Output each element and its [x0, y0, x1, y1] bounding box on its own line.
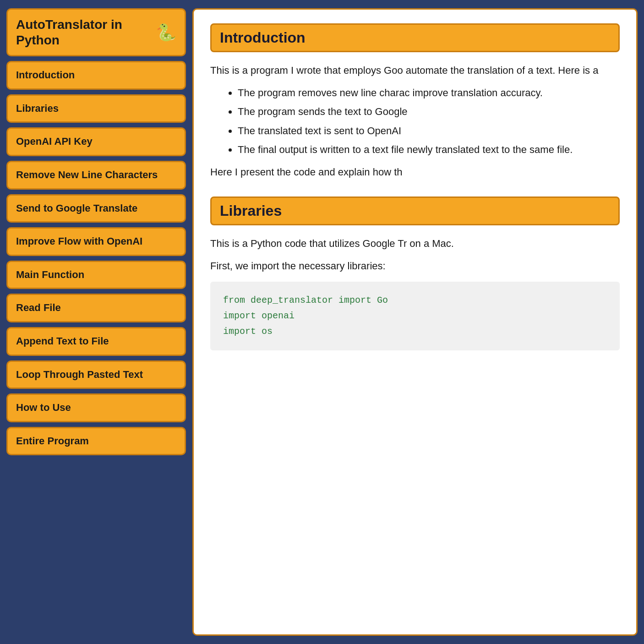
sidebar-item-read-file[interactable]: Read File: [6, 294, 186, 322]
sidebar-item-main-function[interactable]: Main Function: [6, 261, 186, 289]
section-body-libraries: This is a Python code that utilizes Goog…: [210, 235, 620, 350]
section-title-libraries: Libraries: [220, 202, 282, 219]
section-body-introduction: This is a program I wrote that employs G…: [210, 62, 620, 180]
sidebar-item-improve-flow[interactable]: Improve Flow with OpenAI: [6, 227, 186, 256]
intro-bullet-2: The program sends the text to Google: [238, 104, 620, 120]
intro-bullet-1: The program removes new line charac impr…: [238, 85, 620, 101]
section-header-introduction: Introduction: [210, 23, 620, 52]
libraries-paragraph-1: This is a Python code that utilizes Goog…: [210, 235, 620, 251]
section-title-introduction: Introduction: [220, 29, 306, 46]
intro-bullet-list: The program removes new line charac impr…: [238, 85, 620, 158]
intro-paragraph-1: This is a program I wrote that employs G…: [210, 62, 620, 78]
sidebar-header: AutoTranslator in Python 🐍: [6, 8, 186, 56]
sidebar-item-append-text[interactable]: Append Text to File: [6, 327, 186, 356]
sidebar-item-send-google-translate[interactable]: Send to Google Translate: [6, 194, 186, 223]
libraries-paragraph-2: First, we import the necessary libraries…: [210, 258, 620, 274]
python-icon: 🐍: [156, 23, 176, 42]
section-header-libraries: Libraries: [210, 196, 620, 225]
intro-bullet-4: The final output is written to a text fi…: [238, 142, 620, 158]
section-introduction: Introduction This is a program I wrote t…: [210, 23, 620, 180]
main-content: Introduction This is a program I wrote t…: [192, 8, 638, 636]
sidebar-item-how-to-use[interactable]: How to Use: [6, 393, 186, 422]
sidebar-item-entire-program[interactable]: Entire Program: [6, 427, 186, 456]
intro-bullet-3: The translated text is sent to OpenAI: [238, 123, 620, 139]
sidebar-item-remove-new-line[interactable]: Remove New Line Characters: [6, 161, 186, 190]
sidebar-item-loop-pasted-text[interactable]: Loop Through Pasted Text: [6, 360, 186, 389]
libraries-code-block: from deep_translator import Go import op…: [210, 282, 620, 350]
sidebar-item-openai-api-key[interactable]: OpenAI API Key: [6, 127, 186, 156]
sidebar: AutoTranslator in Python 🐍 Introduction …: [0, 0, 192, 644]
sidebar-item-libraries[interactable]: Libraries: [6, 94, 186, 123]
section-libraries: Libraries This is a Python code that uti…: [210, 196, 620, 350]
intro-paragraph-closing: Here I present the code and explain how …: [210, 164, 620, 180]
app-title: AutoTranslator in Python: [16, 17, 156, 48]
sidebar-item-introduction[interactable]: Introduction: [6, 61, 186, 90]
